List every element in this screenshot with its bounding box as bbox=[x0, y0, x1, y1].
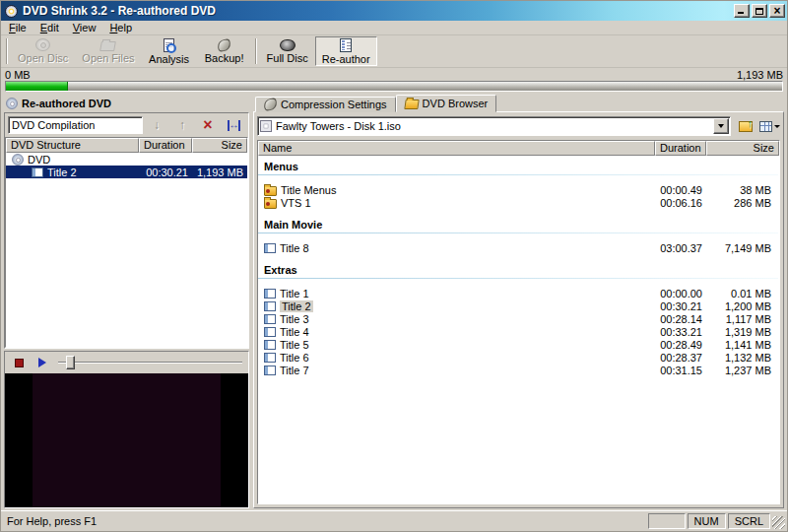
browser-row-size: 1,132 MB bbox=[706, 352, 779, 364]
tab-compression-settings[interactable]: Compression Settings bbox=[255, 97, 396, 112]
menu-folder-icon bbox=[264, 199, 277, 209]
open-disc-button: Open Disc bbox=[11, 36, 75, 66]
browser-panel: Compression SettingsDVD Browser Fawlty T… bbox=[253, 95, 784, 508]
browser-row-size: 1,141 MB bbox=[706, 339, 779, 351]
browser-row-label: VTS 1 bbox=[281, 197, 311, 209]
menu-item-view[interactable]: View bbox=[66, 21, 103, 34]
disc-path-combobox[interactable]: Fawlty Towers - Disk 1.iso bbox=[257, 116, 731, 136]
toolbar: Open DiscOpen FilesAnalysisBackup!Full D… bbox=[1, 35, 787, 68]
combobox-dropdown-button[interactable] bbox=[713, 118, 729, 134]
toolbar-button-label: Analysis bbox=[149, 53, 189, 65]
browser-row-duration: 00:06.16 bbox=[655, 197, 706, 209]
title-icon bbox=[264, 314, 276, 324]
browser-row-size: 1,117 MB bbox=[706, 313, 779, 325]
group-header-label: Extras bbox=[258, 262, 779, 278]
column-header-size[interactable]: Size bbox=[192, 138, 247, 153]
menu-bar: FileEditViewHelp bbox=[1, 21, 787, 35]
menu-folder-icon bbox=[264, 186, 277, 196]
shrink-icon bbox=[263, 98, 278, 111]
re-author-button[interactable]: Re-author bbox=[315, 36, 377, 66]
play-icon bbox=[38, 358, 46, 367]
browser-row-label: Title 7 bbox=[280, 365, 309, 376]
dvd-disc-icon bbox=[6, 98, 18, 109]
group-header-rule bbox=[258, 233, 778, 233]
seek-slider-handle[interactable] bbox=[66, 356, 75, 369]
browser-row-name-cell: Title 7 bbox=[258, 365, 655, 376]
analysis-button[interactable]: Analysis bbox=[142, 36, 197, 66]
remove-title-button[interactable] bbox=[196, 116, 220, 134]
status-indicator-empty bbox=[648, 513, 686, 529]
play-button[interactable] bbox=[34, 355, 50, 370]
backup-button[interactable]: Backup! bbox=[197, 36, 252, 66]
group-header-label: Menus bbox=[258, 159, 779, 174]
player-controls bbox=[5, 352, 248, 373]
browser-row-vts-1[interactable]: VTS 100:06.16286 MB bbox=[258, 196, 779, 209]
browser-list: NameDurationSize MenusTitle Menus00:00.4… bbox=[257, 140, 780, 504]
group-extras: ExtrasTitle 100:00.000.01 MBTitle 200:30… bbox=[258, 259, 779, 376]
tab-strip: Compression SettingsDVD Browser bbox=[253, 95, 784, 112]
browser-row-duration: 00:31.15 bbox=[655, 365, 706, 376]
group-items: Title 100:00.000.01 MBTitle 200:30.211,2… bbox=[258, 287, 779, 376]
column-header-name[interactable]: Name bbox=[258, 141, 655, 156]
toolbar-button-label: Backup! bbox=[205, 52, 244, 64]
capacity-bar bbox=[5, 81, 783, 92]
left-panel-header: Re-authored DVD bbox=[4, 95, 249, 112]
tree-row-title-2[interactable]: Title 200:30.211,193 MB bbox=[6, 166, 247, 178]
menu-item-help[interactable]: Help bbox=[102, 21, 139, 34]
tree-row-size: 1,193 MB bbox=[192, 166, 247, 178]
title-icon bbox=[264, 243, 276, 253]
browser-row-title-4[interactable]: Title 400:33.211,319 MB bbox=[258, 325, 779, 338]
browser-row-size: 38 MB bbox=[706, 184, 779, 196]
open-files-button: Open Files bbox=[75, 36, 141, 66]
browser-row-title-7[interactable]: Title 700:31.151,237 MB bbox=[258, 364, 779, 376]
set-start-end-frames-button[interactable] bbox=[222, 116, 245, 134]
browser-row-title-1[interactable]: Title 100:00.000.01 MB bbox=[258, 287, 779, 299]
title-icon bbox=[264, 353, 276, 363]
group-header-rule bbox=[258, 174, 778, 175]
up-directory-button[interactable] bbox=[735, 116, 756, 136]
toolbar-button-label: Full Disc bbox=[267, 52, 308, 64]
browser-row-size: 286 MB bbox=[706, 197, 779, 209]
disc-path-value: Fawlty Towers - Disk 1.iso bbox=[276, 120, 713, 132]
browser-toolbar: Fawlty Towers - Disk 1.iso bbox=[257, 115, 780, 137]
browser-row-title-2[interactable]: Title 200:30.211,200 MB bbox=[258, 299, 779, 312]
stop-button[interactable] bbox=[11, 355, 27, 370]
tree-row-dvd[interactable]: DVD bbox=[6, 153, 247, 166]
red-x-icon bbox=[203, 118, 212, 132]
minimize-button[interactable] bbox=[734, 4, 750, 18]
video-frame bbox=[33, 373, 220, 507]
browser-row-duration: 00:28.49 bbox=[655, 339, 706, 351]
open-files-icon bbox=[100, 41, 117, 51]
views-button[interactable] bbox=[758, 116, 780, 136]
browser-row-title-menus[interactable]: Title Menus00:00.4938 MB bbox=[258, 183, 779, 196]
browser-row-label: Title 3 bbox=[280, 313, 309, 325]
menu-item-file[interactable]: File bbox=[2, 21, 33, 34]
minimize-icon bbox=[738, 12, 744, 14]
column-header-dvd-structure[interactable]: DVD Structure bbox=[6, 138, 139, 153]
chevron-down-icon bbox=[774, 125, 780, 128]
resize-grip[interactable] bbox=[772, 516, 785, 529]
column-header-size[interactable]: Size bbox=[706, 141, 779, 156]
menu-item-edit[interactable]: Edit bbox=[33, 21, 66, 34]
browser-row-title-8[interactable]: Title 803:00.377,149 MB bbox=[258, 241, 779, 254]
column-header-duration[interactable]: Duration bbox=[139, 138, 192, 153]
tab-dvd-browser[interactable]: DVD Browser bbox=[396, 95, 497, 112]
compilation-name-input[interactable] bbox=[8, 116, 143, 134]
browser-row-name-cell: Title 6 bbox=[258, 352, 655, 364]
toolbar-separator bbox=[6, 38, 8, 64]
browser-row-name-cell: Title 4 bbox=[258, 326, 655, 338]
browser-row-title-5[interactable]: Title 500:28.491,141 MB bbox=[258, 338, 779, 351]
browser-row-title-3[interactable]: Title 300:28.141,117 MB bbox=[258, 312, 779, 325]
move-up-button bbox=[170, 116, 194, 134]
full-disc-button[interactable]: Full Disc bbox=[260, 36, 315, 66]
maximize-button[interactable] bbox=[752, 4, 767, 18]
folder-up-icon bbox=[739, 121, 753, 132]
title-icon bbox=[264, 327, 276, 337]
seek-slider[interactable] bbox=[58, 355, 242, 370]
column-header-duration[interactable]: Duration bbox=[655, 141, 706, 156]
browser-row-title-6[interactable]: Title 600:28.371,132 MB bbox=[258, 351, 779, 364]
app-icon bbox=[5, 5, 18, 18]
close-button[interactable]: × bbox=[769, 4, 785, 18]
left-panel-title: Re-authored DVD bbox=[22, 98, 111, 109]
group-main-movie: Main MovieTitle 803:00.377,149 MB bbox=[258, 214, 779, 254]
